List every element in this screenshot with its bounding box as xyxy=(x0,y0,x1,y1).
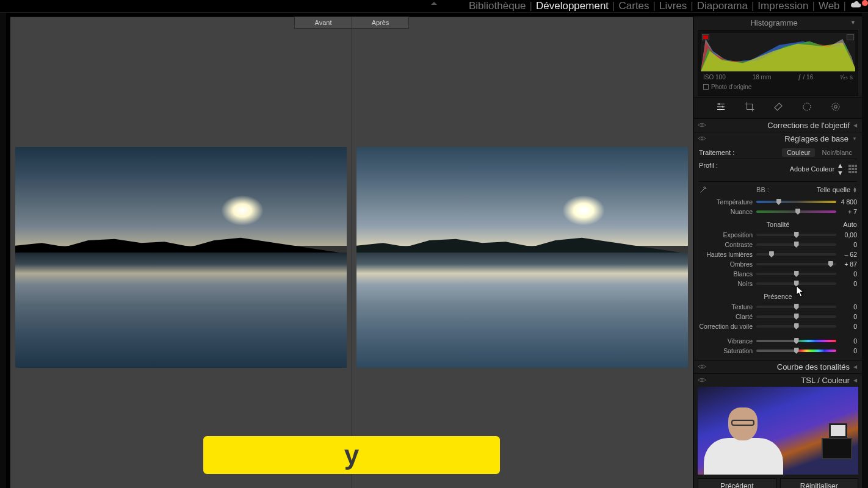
slider-exposure[interactable]: Exposition0,00 xyxy=(699,231,857,239)
treatment-color[interactable]: Couleur xyxy=(782,148,816,157)
histogram-meta: ISO 100 18 mm ƒ / 16 ¹⁄₂₅ s xyxy=(701,72,855,82)
after-photo[interactable] xyxy=(356,147,688,368)
wb-mode-select[interactable]: Telle quelle ▲▼ xyxy=(817,186,857,193)
profile-value[interactable]: Adobe Couleur xyxy=(790,165,834,173)
wb-label: BB : xyxy=(712,186,813,193)
original-photo-toggle[interactable]: Photo d'origine xyxy=(701,82,855,93)
histogram-panel: ISO 100 18 mm ƒ / 16 ¹⁄₂₅ s Photo d'orig… xyxy=(698,30,858,96)
histogram-header[interactable]: Histogramme ▼ xyxy=(694,16,862,29)
left-panel-collapse[interactable] xyxy=(0,13,6,488)
keystroke-overlay: y xyxy=(203,436,500,474)
nav-book[interactable]: Livres xyxy=(659,0,687,12)
chevron-updown-icon: ▲▼ xyxy=(853,187,857,193)
cloud-sync-icon[interactable] xyxy=(850,0,862,12)
chevron-down-icon: ▼ xyxy=(850,20,856,26)
close-window-dot[interactable] xyxy=(862,0,868,6)
slider-tint[interactable]: Nuance+ 7 xyxy=(699,207,857,216)
treatment-bw[interactable]: Noir/blanc xyxy=(817,148,857,157)
tsl-header[interactable]: TSL / Couleur ◀ xyxy=(694,373,862,387)
slider-temperature[interactable]: Température4 800 xyxy=(699,198,857,206)
before-after-view: Avant Après y xyxy=(10,16,693,488)
right-panel-collapse[interactable] xyxy=(862,13,868,488)
svg-point-5 xyxy=(701,365,703,368)
edit-tool-icon[interactable] xyxy=(715,101,726,114)
tool-strip xyxy=(694,97,862,118)
slider-contrast[interactable]: Contraste0 xyxy=(699,240,857,249)
histogram-title: Histogramme xyxy=(750,18,797,27)
meta-focal: 18 mm xyxy=(753,74,772,81)
svg-point-6 xyxy=(701,379,703,381)
heal-tool-icon[interactable] xyxy=(773,101,784,114)
meta-iso: ISO 100 xyxy=(703,74,726,81)
slider-shadows[interactable]: Ombres+ 87 xyxy=(699,260,857,268)
radial-tool-icon[interactable] xyxy=(830,101,841,114)
slider-whites[interactable]: Blancs0 xyxy=(699,270,857,278)
chevron-updown-icon[interactable]: ▲▼ xyxy=(837,162,844,176)
slider-texture[interactable]: Texture0 xyxy=(699,303,857,311)
before-photo[interactable] xyxy=(15,147,347,368)
tone-group-label: TonalitéAuto xyxy=(699,217,857,229)
meta-shutter: ¹⁄₂₅ s xyxy=(840,74,853,81)
reset-button[interactable]: Réinitialiser xyxy=(780,478,859,488)
slider-highlights[interactable]: Hautes lumières– 62 xyxy=(699,250,857,259)
chevron-down-icon: ▼ xyxy=(852,136,857,142)
top-expand-triangle[interactable] xyxy=(431,2,437,5)
slider-vibrance[interactable]: Vibrance0 xyxy=(699,337,857,345)
basic-panel-header[interactable]: Réglages de base ▼ xyxy=(694,132,862,145)
eyedropper-icon[interactable] xyxy=(699,184,709,195)
slider-saturation[interactable]: Saturation0 xyxy=(699,346,857,355)
svg-point-2 xyxy=(832,103,839,110)
webcam-overlay xyxy=(698,387,858,475)
eye-icon[interactable] xyxy=(698,376,706,385)
tone-curve-header[interactable]: Courbe des tonalités ◀ xyxy=(694,360,862,373)
eye-icon[interactable] xyxy=(698,134,706,143)
lens-corrections-header[interactable]: Corrections de l'objectif ◀ xyxy=(694,118,862,132)
treatment-label: Traitement : xyxy=(699,149,734,156)
svg-point-0 xyxy=(803,103,811,110)
nav-web[interactable]: Web xyxy=(819,0,840,12)
meta-aperture: ƒ / 16 xyxy=(798,74,813,81)
nav-map[interactable]: Cartes xyxy=(619,0,649,12)
basic-panel-body: Traitement : Couleur Noir/blanc Profil :… xyxy=(694,145,862,360)
auto-button[interactable]: Auto xyxy=(843,221,857,228)
svg-point-1 xyxy=(834,106,837,109)
histogram-graph[interactable] xyxy=(701,33,855,72)
footer-buttons: Précédent Réinitialiser xyxy=(694,475,862,488)
nav-print[interactable]: Impression xyxy=(758,0,808,12)
mask-tool-icon[interactable] xyxy=(801,101,812,114)
slider-dehaze[interactable]: Correction du voile0 xyxy=(699,322,857,331)
cursor-icon xyxy=(796,285,805,298)
slider-clarity[interactable]: Clarté0 xyxy=(699,312,857,321)
profile-label: Profil : xyxy=(699,162,718,176)
crop-tool-icon[interactable] xyxy=(744,101,755,114)
svg-point-3 xyxy=(701,124,703,126)
eye-icon[interactable] xyxy=(698,121,706,130)
svg-point-4 xyxy=(701,137,703,140)
nav-develop[interactable]: Développement xyxy=(536,0,609,12)
chevron-left-icon: ◀ xyxy=(853,123,857,128)
checkbox-icon[interactable] xyxy=(703,84,709,90)
slider-blacks[interactable]: Noirs0 xyxy=(699,279,857,288)
previous-button[interactable]: Précédent xyxy=(698,478,776,488)
nav-library[interactable]: Bibliothèque xyxy=(469,0,526,12)
right-panel: Histogramme ▼ ISO 100 xyxy=(693,16,862,488)
chevron-left-icon: ◀ xyxy=(853,364,857,370)
profile-browser-icon[interactable] xyxy=(848,165,857,173)
presence-group-label: Présence xyxy=(699,289,857,301)
chevron-left-icon: ◀ xyxy=(853,378,857,383)
eye-icon[interactable] xyxy=(698,362,706,371)
nav-slideshow[interactable]: Diaporama xyxy=(697,0,748,12)
